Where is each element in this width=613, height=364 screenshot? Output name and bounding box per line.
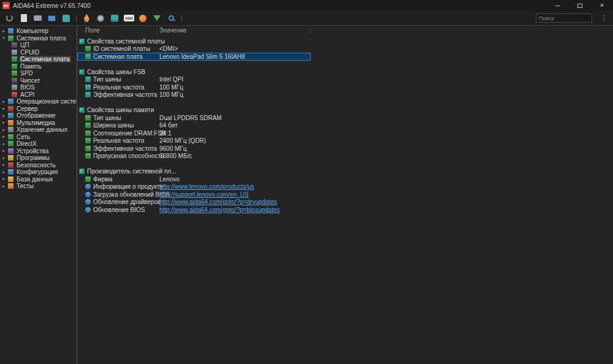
- sidebar-item-computer[interactable]: Компьютер: [0, 28, 77, 35]
- field-label: Тип шины: [93, 115, 121, 121]
- sidebar-item-database[interactable]: База данных: [0, 176, 77, 183]
- value-cell: 100 МГц: [157, 91, 183, 98]
- table-row[interactable]: Соотношение DRAM:FSB24:1: [77, 129, 311, 137]
- sensors-button[interactable]: [61, 13, 70, 23]
- table-row[interactable]: Реальная частота100 МГц: [77, 83, 311, 91]
- content-area: Компьютер Системная плата ЦП CPUID Систе…: [0, 26, 613, 364]
- chevron-right-icon[interactable]: [1, 184, 6, 189]
- chevron-right-icon[interactable]: [1, 29, 6, 34]
- table-row[interactable]: Загрузка обновлений BIOShttp://support.l…: [77, 191, 311, 199]
- section-row[interactable]: Свойства шины памяти: [77, 107, 311, 115]
- table-row-selected[interactable]: Системная платаLenovo IdeaPad Slim 5 16I…: [77, 53, 311, 61]
- sidebar-item-config[interactable]: Конфигурация: [0, 169, 77, 176]
- bios-update-link[interactable]: http://www.aida64.com/goto/?p=biosupdate…: [157, 207, 280, 213]
- ssd-benchmark-button[interactable]: SSD: [124, 13, 134, 23]
- chevron-right-icon[interactable]: [1, 134, 6, 139]
- chevron-right-icon[interactable]: [1, 176, 6, 181]
- column-header-field[interactable]: Поле: [77, 26, 157, 35]
- sidebar-item-cpuid[interactable]: CPUID: [0, 49, 77, 56]
- sidebar-item-os[interactable]: Операционная система: [0, 98, 77, 105]
- sidebar-item-chipset[interactable]: Чипсет: [0, 77, 77, 85]
- chevron-right-icon[interactable]: [1, 142, 6, 146]
- disk-icon: [97, 15, 104, 22]
- sidebar-item-network[interactable]: Сеть: [0, 134, 77, 141]
- close-button[interactable]: [591, 0, 613, 11]
- bios-download-link[interactable]: http://support.lenovo.com/en_US: [157, 191, 249, 198]
- chevron-right-icon[interactable]: [1, 113, 6, 118]
- sidebar-item-acpi[interactable]: ACPI: [0, 91, 77, 99]
- chevron-down-icon[interactable]: [1, 36, 6, 40]
- sidebar-item-programs[interactable]: Программы: [0, 154, 77, 162]
- sidebar-item-display[interactable]: Отображение: [0, 112, 77, 119]
- chevron-right-icon[interactable]: [1, 148, 6, 153]
- section-label: Свойства системной платы: [87, 38, 165, 45]
- menu-dots-button[interactable]: ⋮: [600, 14, 608, 22]
- table-row[interactable]: Информация о продуктеhttp://www.lenovo.c…: [77, 183, 311, 191]
- table-row[interactable]: Тип шиныDual LPDDR5 SDRAM: [77, 114, 311, 122]
- bus-icon: [85, 77, 91, 82]
- table-row[interactable]: ID системной платы<DMI>: [77, 45, 311, 53]
- drive-button[interactable]: [33, 13, 42, 23]
- cache-benchmark-button[interactable]: [110, 13, 120, 23]
- section-icon: [79, 39, 85, 44]
- table-row[interactable]: Эффективная частота100 МГц: [77, 91, 311, 99]
- sidebar-item-security[interactable]: Безопасность: [0, 162, 77, 169]
- display-button[interactable]: [47, 13, 56, 23]
- chevron-right-icon[interactable]: [1, 127, 6, 132]
- table-row[interactable]: Эффективная частота9600 МГц: [77, 145, 311, 153]
- sidebar-item-server[interactable]: Сервер: [0, 105, 77, 113]
- sidebar-item-cpu[interactable]: ЦП: [0, 42, 77, 49]
- table-row[interactable]: Ширина шины64 бит: [77, 122, 311, 130]
- chevron-right-icon[interactable]: [1, 162, 6, 167]
- sidebar-item-motherboard[interactable]: Системная плата: [0, 35, 77, 42]
- table-row[interactable]: Тип шиныIntel QPI: [77, 76, 311, 84]
- maximize-button[interactable]: [569, 0, 591, 11]
- field-label: Ширина шины: [93, 122, 134, 129]
- chevron-right-icon[interactable]: [1, 99, 6, 104]
- database-icon: [8, 176, 13, 182]
- table-row[interactable]: Пропускная способность76800 МБ/с: [77, 153, 311, 161]
- report-icon: [21, 14, 27, 22]
- sidebar-item-bios[interactable]: BIOS: [0, 84, 77, 91]
- update-button[interactable]: [153, 13, 162, 23]
- chevron-right-icon[interactable]: [1, 170, 6, 175]
- app-logo-icon: 64: [2, 2, 10, 9]
- chevron-right-icon[interactable]: [1, 156, 6, 161]
- sidebar-item-storage[interactable]: Хранение данных: [0, 126, 77, 134]
- sidebar-item-multimedia[interactable]: Мультимедиа: [0, 119, 77, 127]
- table-row[interactable]: ФирмаLenovo: [77, 175, 311, 183]
- table-row[interactable]: Обновление BIOShttp://www.aida64.com/got…: [77, 206, 311, 214]
- table-row[interactable]: Реальная частота2400 МГц (QDR): [77, 137, 311, 145]
- section-row[interactable]: Производитель системной пл...: [77, 168, 311, 176]
- refresh-button[interactable]: [5, 13, 14, 23]
- field-label: Соотношение DRAM:FSB: [93, 130, 166, 137]
- product-info-link[interactable]: http://www.lenovo.com/products/us: [157, 183, 254, 190]
- stability-test-button[interactable]: [82, 13, 91, 23]
- sidebar-item-directx[interactable]: DirectX: [0, 140, 77, 148]
- table-row[interactable]: Обновление драйверовhttp://www.aida64.co…: [77, 199, 311, 207]
- chevron-right-icon[interactable]: [1, 106, 6, 111]
- memory-icon: [85, 138, 91, 143]
- maximize-icon: [577, 4, 582, 8]
- sidebar-item-spd[interactable]: SPD: [0, 70, 77, 77]
- sidebar-item-devices[interactable]: Устройства: [0, 148, 77, 155]
- report-button[interactable]: [19, 13, 28, 23]
- driver-update-link[interactable]: http://www.aida64.com/goto/?p=drvupdates: [157, 199, 277, 205]
- sidebar-item-tests[interactable]: Тесты: [0, 183, 77, 190]
- chevron-right-icon[interactable]: [1, 120, 6, 125]
- section-row[interactable]: Свойства системной платы: [77, 37, 311, 45]
- sidebar-item-motherboard-page[interactable]: Системная плата: [0, 56, 77, 63]
- memory-icon: [85, 131, 91, 136]
- memory-icon: [12, 64, 17, 69]
- sidebar-item-memory[interactable]: Память: [0, 63, 77, 70]
- section-row[interactable]: Свойства шины FSB: [77, 68, 311, 76]
- monitor-diagnostics-button[interactable]: [139, 13, 148, 23]
- disk-benchmark-button[interactable]: [96, 13, 105, 23]
- minimize-button[interactable]: [547, 0, 569, 11]
- search-tool-button[interactable]: [167, 13, 176, 23]
- column-header-value[interactable]: Значение: [157, 26, 311, 35]
- spacer-row: [77, 99, 311, 107]
- search-input[interactable]: [536, 13, 592, 23]
- memory-icon: [85, 123, 91, 128]
- tests-icon: [8, 183, 13, 189]
